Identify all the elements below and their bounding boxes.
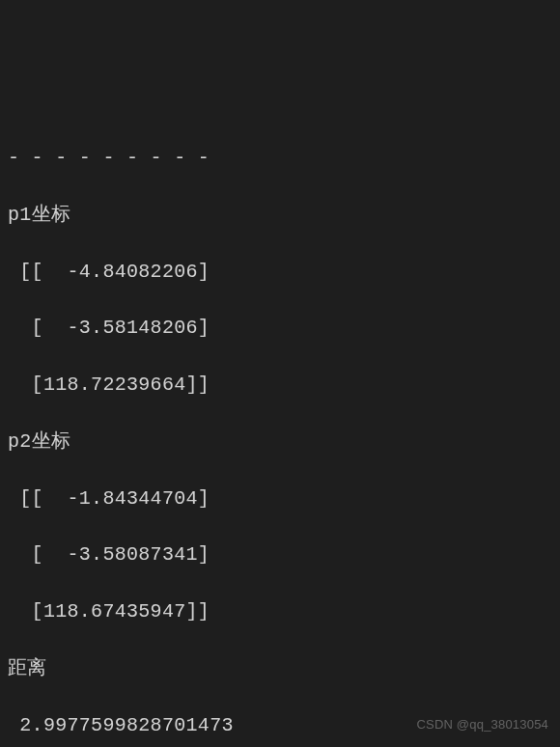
output-line: p1坐标	[8, 201, 552, 229]
output-line: p2坐标	[8, 428, 552, 456]
output-line: [[ -4.84082206]	[8, 258, 552, 286]
output-line: [ -3.58148206]	[8, 314, 552, 342]
output-line: [ -3.58087341]	[8, 540, 552, 568]
output-line: [[ -1.84344704]	[8, 484, 552, 512]
console-output: - - - - - - - - - p1坐标 [[ -4.84082206] […	[8, 116, 552, 747]
output-line: [118.67435947]]	[8, 597, 552, 625]
output-line: [118.72239664]]	[8, 371, 552, 399]
watermark-text: CSDN @qq_38013054	[416, 715, 548, 733]
output-line: 距离	[8, 654, 552, 682]
output-line: - - - - - - - - -	[8, 144, 552, 172]
